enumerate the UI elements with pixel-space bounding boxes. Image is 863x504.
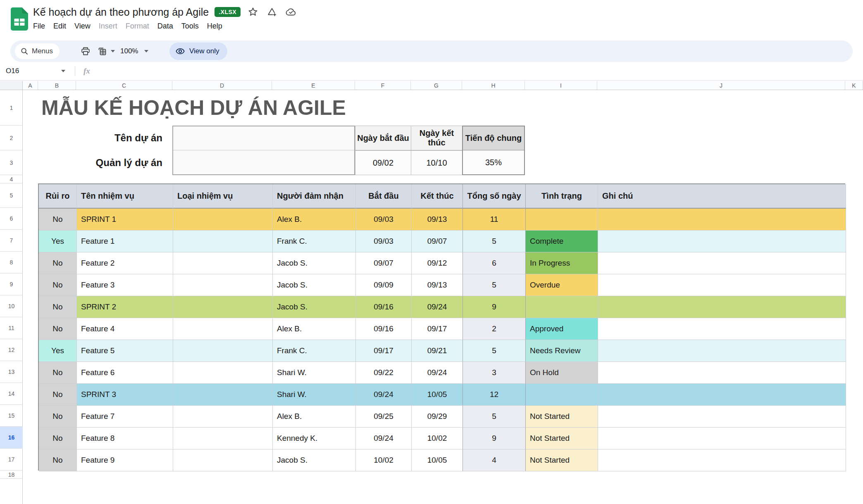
cell-B7[interactable]: Yes (39, 231, 77, 252)
cell-B9[interactable]: No (39, 274, 77, 296)
cell-J6[interactable] (598, 209, 846, 231)
row-header-4[interactable]: 4 (0, 175, 23, 183)
menu-file[interactable]: File (29, 20, 49, 33)
column-header-B[interactable]: B (38, 81, 76, 90)
column-header-I[interactable]: I (525, 81, 597, 90)
select-all-corner[interactable] (0, 81, 23, 90)
cell-C10[interactable]: SPRINT 2 (77, 296, 173, 318)
start-date-header[interactable]: Ngày bắt đầu (355, 126, 411, 150)
row-header-7[interactable]: 7 (0, 230, 23, 252)
cell-G7[interactable]: 09/07 (412, 231, 463, 252)
menu-view[interactable]: View (70, 20, 95, 33)
row-header-5[interactable]: 5 (0, 183, 23, 208)
cell-I15[interactable]: Not Started (526, 406, 598, 428)
name-box[interactable]: O16 (6, 62, 19, 80)
cell-I7[interactable]: Complete (526, 231, 598, 252)
cell-F11[interactable]: 09/16 (356, 318, 412, 340)
cell-I6[interactable] (526, 209, 598, 231)
cell-C14[interactable]: SPRINT 3 (77, 384, 173, 406)
cell-J12[interactable] (598, 340, 846, 362)
menu-data[interactable]: Data (153, 20, 177, 33)
row-header-2[interactable]: 2 (0, 126, 23, 150)
cell-B12[interactable]: Yes (39, 340, 77, 362)
cell-E12[interactable]: Frank C. (273, 340, 356, 362)
cell-H17[interactable]: 4 (463, 449, 526, 471)
table-header-days[interactable]: Tổng số ngày (463, 184, 526, 209)
column-header-K[interactable]: K (845, 81, 863, 90)
cell-D8[interactable] (173, 252, 273, 274)
sheet-main-title[interactable]: MẪU KẾ HOẠCH DỰ ÁN AGILE (41, 90, 537, 126)
drive-shortcut-icon[interactable] (265, 5, 279, 19)
row-header-17[interactable]: 17 (0, 449, 23, 471)
cell-F15[interactable]: 09/25 (356, 406, 412, 428)
menu-edit[interactable]: Edit (49, 20, 70, 33)
cell-D11[interactable] (173, 318, 273, 340)
table-header-assignee[interactable]: Người đảm nhận (273, 184, 356, 209)
cell-F8[interactable]: 09/07 (356, 252, 412, 274)
print-button[interactable] (78, 44, 93, 59)
row-header-1[interactable]: 1 (0, 90, 23, 126)
cell-C17[interactable]: Feature 9 (77, 449, 173, 471)
project-name-label[interactable]: Tên dự án (38, 126, 167, 150)
cell-G17[interactable]: 10/05 (412, 449, 463, 471)
cell-I8[interactable]: In Progress (526, 252, 598, 274)
cell-J9[interactable] (598, 274, 846, 296)
cell-D12[interactable] (173, 340, 273, 362)
table-header-type[interactable]: Loại nhiệm vụ (173, 184, 273, 209)
cell-D16[interactable] (173, 428, 273, 449)
cell-H16[interactable]: 9 (463, 428, 526, 449)
column-header-G[interactable]: G (411, 81, 462, 90)
cell-D13[interactable] (173, 362, 273, 384)
cell-I12[interactable]: Needs Review (526, 340, 598, 362)
table-header-start[interactable]: Bắt đầu (356, 184, 412, 209)
cell-E15[interactable]: Alex B. (273, 406, 356, 428)
column-header-E[interactable]: E (272, 81, 355, 90)
cell-G8[interactable]: 09/12 (412, 252, 463, 274)
cell-I14[interactable] (526, 384, 598, 406)
cell-C8[interactable]: Feature 2 (77, 252, 173, 274)
cell-G11[interactable]: 09/17 (412, 318, 463, 340)
cell-G13[interactable]: 09/24 (412, 362, 463, 384)
menu-help[interactable]: Help (203, 20, 226, 33)
row-header-9[interactable]: 9 (0, 273, 23, 295)
cell-E16[interactable]: Kennedy K. (273, 428, 356, 449)
cell-J8[interactable] (598, 252, 846, 274)
document-status-icon[interactable] (284, 5, 298, 19)
cell-I9[interactable]: Overdue (526, 274, 598, 296)
cell-F13[interactable]: 09/22 (356, 362, 412, 384)
project-manager-label[interactable]: Quản lý dự án (38, 150, 167, 175)
document-title[interactable]: Kế hoạch dự án theo phương áp Agile (33, 6, 209, 18)
project-name-input[interactable] (173, 126, 354, 150)
column-header-D[interactable]: D (172, 81, 272, 90)
table-header-end[interactable]: Kết thúc (412, 184, 463, 209)
formula-input[interactable] (99, 62, 863, 80)
cell-H15[interactable]: 5 (463, 406, 526, 428)
cell-H9[interactable]: 5 (463, 274, 526, 296)
cell-B10[interactable]: No (39, 296, 77, 318)
cell-C6[interactable]: SPRINT 1 (77, 209, 173, 231)
cell-D15[interactable] (173, 406, 273, 428)
cell-G15[interactable]: 09/29 (412, 406, 463, 428)
cell-I16[interactable]: Not Started (526, 428, 598, 449)
name-box-caret[interactable] (61, 70, 65, 72)
cell-J10[interactable] (598, 296, 846, 318)
cell-D6[interactable] (173, 209, 273, 231)
column-header-C[interactable]: C (76, 81, 172, 90)
cell-H12[interactable]: 5 (463, 340, 526, 362)
cell-J14[interactable] (598, 384, 846, 406)
cell-E7[interactable]: Frank C. (273, 231, 356, 252)
cell-F12[interactable]: 09/17 (356, 340, 412, 362)
sheets-logo-icon[interactable] (11, 7, 28, 32)
table-header-status[interactable]: Tình trạng (526, 184, 598, 209)
cell-J17[interactable] (598, 449, 846, 471)
column-header-A[interactable]: A (23, 81, 38, 90)
cell-E8[interactable]: Jacob S. (273, 252, 356, 274)
cell-C9[interactable]: Feature 3 (77, 274, 173, 296)
cell-J7[interactable] (598, 231, 846, 252)
menu-tools[interactable]: Tools (177, 20, 203, 33)
view-only-chip[interactable]: View only (169, 43, 227, 60)
cell-B8[interactable]: No (39, 252, 77, 274)
cell-J11[interactable] (598, 318, 846, 340)
cell-I11[interactable]: Approved (526, 318, 598, 340)
cell-G6[interactable]: 09/13 (412, 209, 463, 231)
